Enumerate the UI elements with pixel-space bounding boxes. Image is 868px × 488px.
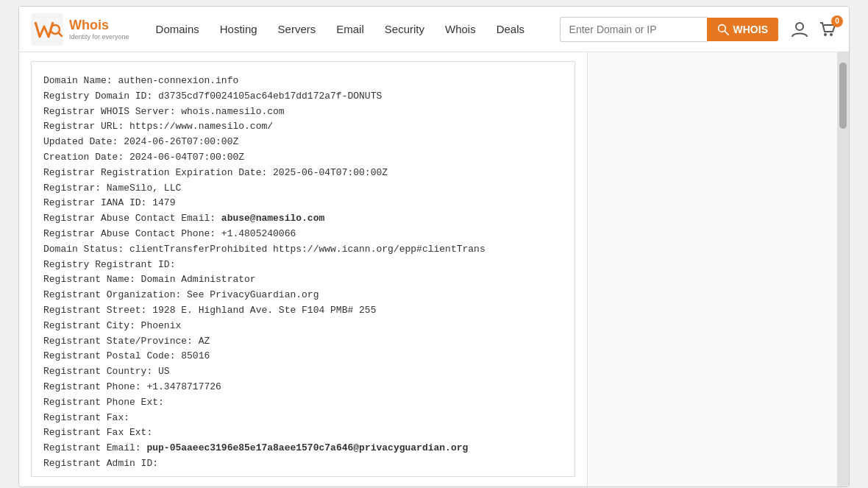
svg-line-4 (725, 31, 728, 35)
whois-line: Creation Date: 2024-06-04T07:00:00Z (43, 150, 563, 166)
svg-point-6 (824, 33, 827, 36)
whois-line: Registry Registrant ID: (43, 258, 563, 273)
navbar: Whois Identity for everyone Domains Host… (19, 7, 849, 52)
scrollbar-thumb[interactable] (839, 63, 847, 129)
whois-line: Updated Date: 2024-06-26T07:00:00Z (43, 135, 563, 150)
nav-hosting[interactable]: Hosting (211, 17, 266, 41)
main-content: Domain Name: authen-connexion.infoRegist… (19, 52, 587, 487)
whois-line: Registrant Fax Ext: (43, 425, 563, 441)
cart-button[interactable]: 0 (818, 20, 837, 39)
whois-line: Registrar WHOIS Server: whois.namesilo.c… (43, 105, 563, 120)
logo-subtitle: Identity for everyone (69, 33, 129, 40)
whois-line: Registrant Email: pup-05aaeec3196e85e17a… (43, 441, 563, 456)
content-wrapper: Domain Name: authen-connexion.infoRegist… (19, 52, 849, 487)
nav-whois[interactable]: Whois (436, 17, 485, 41)
whois-line: Registrant Country: US (43, 364, 563, 380)
whois-line: Registrant Phone Ext: (43, 395, 563, 411)
whois-line: Registrant Fax: (43, 411, 563, 426)
whois-line: Registrar URL: https://www.namesilo.com/ (43, 119, 563, 135)
whois-line: Registrant Name: Domain Administrator (43, 272, 563, 288)
user-icon (790, 20, 809, 39)
window-scrollbar[interactable] (837, 52, 849, 487)
whois-line: Registrant Admin ID: (43, 456, 563, 472)
whois-line: Registrant Organization: See PrivacyGuar… (43, 288, 563, 303)
logo-name: Whois (69, 18, 129, 33)
search-area: WHOIS (560, 17, 778, 42)
whois-line: Registrant Postal Code: 85016 (43, 349, 563, 364)
whois-line: Registrant Phone: +1.3478717726 (43, 380, 563, 395)
nav-domains[interactable]: Domains (147, 17, 208, 41)
svg-point-7 (830, 33, 833, 36)
nav-icons: 0 (790, 20, 837, 39)
svg-point-5 (796, 23, 803, 30)
whois-line: Registrar Abuse Contact Email: abuse@nam… (43, 211, 563, 227)
nav-email[interactable]: Email (327, 17, 373, 41)
search-icon (717, 24, 729, 35)
nav-servers[interactable]: Servers (269, 17, 325, 41)
nav-links: Domains Hosting Servers Email Security W… (147, 17, 548, 41)
whois-line: Domain Status: clientTransferProhibited … (43, 242, 563, 258)
whois-line: Registrar IANA ID: 1479 (43, 196, 563, 211)
search-button-label: WHOIS (733, 24, 768, 35)
whois-line: Domain Name: authen-connexion.info (43, 74, 563, 89)
user-button[interactable] (790, 20, 809, 39)
nav-security[interactable]: Security (376, 17, 433, 41)
email-link[interactable]: abuse@namesilo.com (221, 213, 324, 224)
right-sidebar (587, 52, 837, 487)
svg-rect-0 (31, 13, 63, 46)
whois-line: Registrar Registration Expiration Date: … (43, 166, 563, 181)
logo-icon (31, 13, 63, 46)
email-link[interactable]: pup-05aaeec3196e85e17a8aee1570c7a646@pri… (146, 442, 468, 453)
whois-line: Registrar: NameSilo, LLC (43, 181, 563, 197)
whois-output[interactable]: Domain Name: authen-connexion.infoRegist… (31, 61, 575, 477)
whois-line: Registrant City: Phoenix (43, 319, 563, 334)
nav-deals[interactable]: Deals (488, 17, 533, 41)
whois-line: Registry Domain ID: d3735cd7f0024105ac64… (43, 89, 563, 105)
cart-badge: 0 (831, 15, 843, 27)
svg-point-3 (718, 24, 725, 32)
search-input[interactable] (560, 17, 707, 42)
whois-line: Registrar Abuse Contact Phone: +1.480524… (43, 227, 563, 242)
whois-line: Registrant Street: 1928 E. Highland Ave.… (43, 303, 563, 319)
logo[interactable]: Whois Identity for everyone (31, 13, 129, 46)
whois-line: Registrant State/Province: AZ (43, 334, 563, 350)
search-button[interactable]: WHOIS (707, 18, 778, 41)
